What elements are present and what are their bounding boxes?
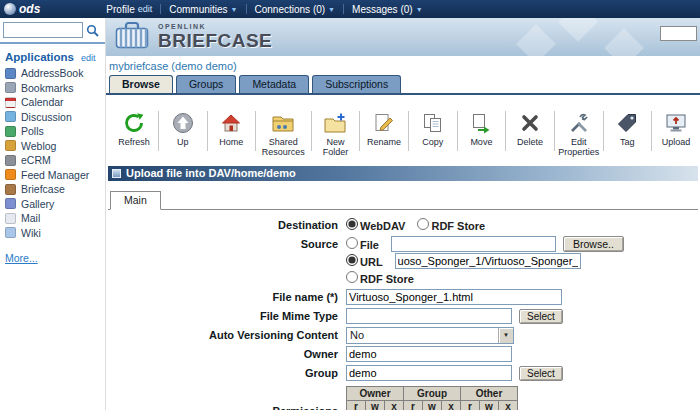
tab-groups[interactable]: Groups [176, 75, 236, 93]
sidebar-item-calendar[interactable]: Calendar [0, 95, 105, 110]
destination-rdf-radio[interactable] [417, 218, 429, 230]
file-name-input[interactable] [346, 289, 562, 305]
mime-type-input[interactable] [346, 308, 512, 324]
toolbar-new-folder-button[interactable]: New Folder [313, 111, 357, 158]
refresh-icon [123, 111, 145, 135]
toolbar-move-button[interactable]: Move [459, 111, 503, 147]
sidebar-item-label: Bookmarks [21, 82, 74, 94]
sidebar-item-label: Polls [21, 125, 44, 137]
more-link[interactable]: More... [5, 252, 38, 264]
move-icon [470, 111, 492, 135]
source-row: Source File Browse.. URL RDF Store [106, 235, 624, 288]
breadcrumb[interactable]: mybriefcase (demo demo) [109, 60, 237, 72]
toolbar-upload-button[interactable]: Upload [654, 111, 698, 147]
messages-menu[interactable]: Messages (0) ▼ [344, 4, 431, 15]
main-area: OPENLINK BRIEFCASE mybriefcase (demo dem… [106, 18, 700, 410]
perm-bit-x: x [385, 400, 404, 410]
connections-label: Connections (0) [255, 4, 326, 15]
toolbar-separator [603, 111, 604, 151]
polls-icon [5, 126, 16, 137]
toolbar-label: Home [219, 137, 243, 147]
destination-webdav-radio[interactable] [346, 218, 358, 230]
toolbar-label: Shared Resources [259, 137, 308, 158]
owner-input[interactable] [346, 346, 512, 362]
toolbar-rename-button[interactable]: Rename [362, 111, 406, 147]
group-label: Group [106, 364, 346, 383]
mail-icon [5, 213, 16, 224]
source-rdf-option[interactable]: RDF Store [346, 271, 423, 285]
toolbar-tag-button[interactable]: Tag [605, 111, 649, 147]
toolbar-home-button[interactable]: Home [209, 111, 253, 147]
applications-edit-link[interactable]: edit [81, 53, 96, 63]
sidebar-item-ecrm[interactable]: eCRM [0, 153, 105, 168]
ods-logo[interactable]: ods [4, 2, 40, 16]
toolbar-shared-resources-button[interactable]: Shared Resources [258, 111, 309, 158]
permissions-label: Permissions [106, 383, 346, 410]
auto-versioning-label: Auto Versioning Content [106, 326, 346, 345]
profile-menu[interactable]: Profile edit [98, 4, 160, 15]
ods-logo-icon [4, 3, 16, 15]
auto-versioning-select[interactable]: No ▼ [346, 327, 514, 344]
tab-subscriptions[interactable]: Subscriptions [312, 75, 401, 93]
sidebar-item-gallery[interactable]: Gallery [0, 197, 105, 212]
toolbar-separator [505, 111, 506, 151]
toolbar-up-button[interactable]: Up [161, 111, 205, 147]
toolbar-delete-button[interactable]: Delete [508, 111, 552, 147]
source-rdf-radio[interactable] [346, 271, 358, 283]
profile-edit-link[interactable]: edit [138, 4, 153, 14]
tab-browse[interactable]: Browse [109, 75, 173, 93]
group-select-button[interactable]: Select [519, 366, 563, 381]
connections-menu[interactable]: Connections (0) ▼ [247, 4, 344, 15]
tab-main[interactable]: Main [110, 191, 161, 210]
destination-webdav-option[interactable]: WebDAV [346, 218, 414, 232]
copy-icon [422, 111, 444, 135]
sidebar-item-wiki[interactable]: Wiki [0, 226, 105, 241]
weblog-icon [5, 140, 16, 151]
source-url-option[interactable]: URL [346, 254, 392, 268]
sidebar-item-label: AddressBook [21, 67, 83, 79]
group-row: Group Select [106, 364, 624, 383]
source-file-input[interactable] [391, 236, 556, 252]
browse-button[interactable]: Browse.. [563, 236, 624, 252]
sidebar-item-feed-manager[interactable]: Feed Manager [0, 168, 105, 183]
banner-decoration [516, 24, 556, 56]
communities-label: Communities [169, 4, 227, 15]
destination-rdf-label: RDF Store [431, 220, 485, 232]
toolbar-copy-button[interactable]: Copy [411, 111, 455, 147]
ods-logo-text: ods [19, 2, 40, 16]
search-input[interactable] [3, 22, 83, 38]
toolbar-separator [554, 111, 555, 151]
up-icon [172, 111, 194, 135]
banner-decoration [558, 18, 598, 42]
sidebar-item-weblog[interactable]: Weblog [0, 139, 105, 154]
toolbar-refresh-button[interactable]: Refresh [112, 111, 156, 147]
destination-rdf-option[interactable]: RDF Store [417, 218, 494, 232]
sidebar-search-row [0, 18, 105, 44]
sidebar-item-polls[interactable]: Polls [0, 124, 105, 139]
calendar-icon [5, 97, 16, 108]
source-file-option[interactable]: File [346, 237, 388, 251]
group-input[interactable] [346, 365, 512, 381]
sidebar-item-discussion[interactable]: Discussion [0, 110, 105, 125]
sidebar-item-label: Mail [21, 212, 40, 224]
destination-label: Destination [106, 216, 346, 235]
source-url-input[interactable] [395, 253, 581, 269]
top-right-panel[interactable] [660, 26, 697, 41]
search-icon[interactable] [86, 24, 99, 37]
sidebar-item-bookmarks[interactable]: Bookmarks [0, 81, 105, 96]
source-file-radio[interactable] [346, 237, 358, 249]
sidebar-item-label: Weblog [21, 140, 56, 152]
caret-down-icon: ▼ [416, 6, 423, 13]
sidebar-item-mail[interactable]: Mail [0, 211, 105, 226]
briefcase-banner: OPENLINK BRIEFCASE [106, 18, 700, 56]
communities-menu[interactable]: Communities ▼ [161, 4, 245, 15]
sidebar-item-addressbook[interactable]: AddressBook [0, 66, 105, 81]
toolbar-edit-properties-button[interactable]: Edit Properties [557, 111, 601, 158]
source-file-label: File [360, 239, 379, 251]
sidebar-item-briefcase[interactable]: Briefcase [0, 182, 105, 197]
discussion-icon [5, 111, 16, 122]
source-url-radio[interactable] [346, 254, 358, 266]
toolbar-separator [359, 111, 360, 151]
mime-type-select-button[interactable]: Select [519, 309, 563, 324]
tab-metadata[interactable]: Metadata [239, 75, 309, 93]
